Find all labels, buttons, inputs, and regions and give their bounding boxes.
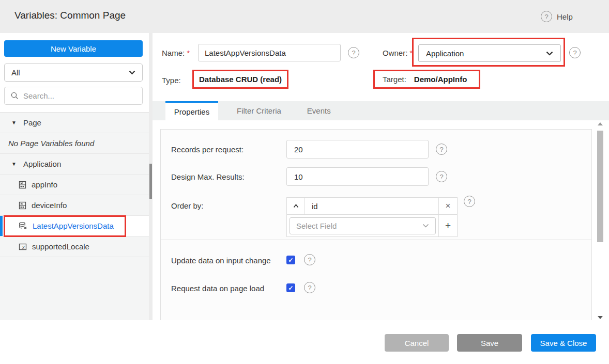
- model-variable-icon: [19, 181, 26, 189]
- order-by-add-row: Select Field +: [287, 215, 457, 236]
- variables-dialog: Variables: Common Page ? Help New Variab…: [0, 0, 609, 364]
- variable-label: supportedLocale: [32, 242, 89, 251]
- group-label: Application: [23, 160, 61, 168]
- sidebar-item-deviceinfo[interactable]: deviceInfo: [0, 195, 149, 216]
- select-field-dropdown[interactable]: Select Field: [290, 217, 436, 234]
- help-label: Help: [557, 12, 573, 21]
- required-marker: *: [187, 49, 190, 57]
- svg-text:x: x: [22, 244, 25, 249]
- design-max-results-input[interactable]: [286, 167, 429, 186]
- variable-filter-select[interactable]: All: [4, 64, 143, 82]
- sidebar-scrollbar[interactable]: [149, 33, 153, 320]
- target-value: Demo/AppInfo: [414, 75, 467, 84]
- remove-order-field-button[interactable]: ×: [438, 198, 457, 214]
- order-by-label: Order by:: [171, 201, 204, 210]
- variables-sidebar: New Variable All ▼ Page No Page Variable…: [0, 33, 149, 320]
- request-data-help-icon[interactable]: ?: [304, 282, 315, 293]
- sort-direction-button[interactable]: [287, 198, 305, 214]
- page-title: Variables: Common Page: [14, 10, 126, 21]
- name-input[interactable]: [198, 44, 341, 61]
- chevron-down-icon: [129, 70, 135, 75]
- locale-variable-icon: x: [19, 243, 27, 251]
- tree-group-page[interactable]: ▼ Page: [0, 113, 149, 133]
- variable-label: appInfo: [32, 180, 57, 189]
- type-value: Database CRUD (read): [199, 75, 282, 84]
- records-per-request-label: Records per request:: [171, 145, 243, 154]
- collapse-triangle-icon: ▼: [11, 162, 17, 167]
- type-highlight-box: Database CRUD (read): [192, 70, 288, 89]
- add-order-field-button[interactable]: +: [438, 215, 457, 236]
- dialog-footer: Cancel Save Save & Close: [0, 320, 609, 364]
- design-max-results-label: Design Max. Results:: [171, 172, 245, 181]
- name-help-icon[interactable]: ?: [348, 47, 359, 58]
- chevron-down-icon: [422, 224, 429, 228]
- model-variable-icon: [19, 201, 26, 210]
- records-help-icon[interactable]: ?: [436, 144, 447, 155]
- search-box[interactable]: [4, 87, 143, 105]
- owner-label: Owner:*: [383, 49, 413, 57]
- tabbar: Properties Filter Criteria Events: [153, 101, 609, 120]
- filter-selected-value: All: [11, 68, 20, 77]
- sidebar-item-latestappversionsdata[interactable]: LatestAppVersionsData: [0, 216, 149, 236]
- owner-selected-value: Application: [426, 49, 464, 58]
- tab-properties[interactable]: Properties: [165, 101, 218, 120]
- cancel-button[interactable]: Cancel: [385, 334, 449, 352]
- target-label: Target:: [383, 75, 406, 84]
- help-button[interactable]: ? Help: [541, 11, 573, 22]
- select-field-cell: Select Field: [287, 215, 438, 236]
- sidebar-scrollbar-thumb[interactable]: [149, 164, 152, 199]
- scroll-down-arrow-icon[interactable]: [598, 316, 603, 319]
- owner-label-text: Owner:: [383, 49, 407, 57]
- new-variable-button[interactable]: New Variable: [4, 40, 143, 57]
- tab-events[interactable]: Events: [298, 101, 340, 120]
- empty-page-variables-message: No Page Variables found: [0, 133, 149, 154]
- data-settings-card: Records per request: ? Design Max. Resul…: [160, 129, 592, 246]
- records-per-request-input[interactable]: [286, 140, 429, 159]
- order-by-widget: id × Select Field +: [286, 197, 458, 237]
- request-data-checkbox[interactable]: ✓: [286, 283, 295, 292]
- type-label: Type:: [162, 76, 181, 85]
- order-by-field-value: id: [305, 198, 438, 214]
- update-data-label: Update data on input change: [171, 256, 271, 265]
- select-field-placeholder: Select Field: [296, 221, 337, 230]
- selected-indicator-bar: [0, 216, 3, 236]
- owner-help-icon[interactable]: ?: [569, 47, 581, 58]
- content-scrollbar-thumb[interactable]: [597, 131, 603, 242]
- update-data-checkbox[interactable]: ✓: [286, 256, 295, 264]
- owner-highlight-box: Application: [412, 38, 565, 67]
- collapse-triangle-icon: ▼: [11, 120, 17, 125]
- dialog-header: Variables: Common Page ? Help: [0, 0, 609, 33]
- chevron-down-icon: [546, 51, 553, 56]
- sidebar-item-appinfo[interactable]: appInfo: [0, 175, 149, 195]
- database-crud-variable-icon: [19, 221, 27, 230]
- sidebar-item-supportedlocale[interactable]: x supportedLocale: [0, 236, 149, 257]
- behavior-settings-card: Update data on input change ✓ ? Request …: [160, 240, 592, 320]
- order-by-help-icon[interactable]: ?: [464, 196, 475, 207]
- group-label: Page: [23, 118, 41, 127]
- variable-editor: Name:* ? Owner:* Application ? Type: Dat…: [153, 33, 609, 320]
- request-data-label: Request data on page load: [171, 284, 264, 293]
- order-by-row: id ×: [287, 198, 457, 215]
- tree-group-application[interactable]: ▼ Application: [0, 154, 149, 175]
- variables-tree: ▼ Page No Page Variables found ▼ Applica…: [0, 112, 149, 320]
- update-data-help-icon[interactable]: ?: [304, 254, 315, 265]
- variable-label: deviceInfo: [32, 201, 67, 210]
- help-icon: ?: [541, 11, 552, 22]
- search-input[interactable]: [23, 91, 132, 100]
- name-label-text: Name:: [162, 49, 185, 57]
- save-button[interactable]: Save: [457, 334, 522, 352]
- variable-label: LatestAppVersionsData: [33, 221, 114, 230]
- chevron-up-icon: [293, 204, 299, 208]
- content-scrollbar[interactable]: [596, 121, 605, 320]
- design-max-help-icon[interactable]: ?: [436, 171, 447, 182]
- properties-panel: Records per request: ? Design Max. Resul…: [153, 120, 596, 320]
- search-icon: [11, 92, 19, 100]
- target-highlight-box: Target: Demo/AppInfo: [373, 70, 480, 89]
- tab-filter-criteria[interactable]: Filter Criteria: [227, 101, 291, 120]
- owner-select[interactable]: Application: [418, 44, 561, 62]
- scroll-up-arrow-icon[interactable]: [598, 122, 603, 125]
- name-label: Name:*: [162, 49, 190, 57]
- save-and-close-button[interactable]: Save & Close: [531, 334, 596, 352]
